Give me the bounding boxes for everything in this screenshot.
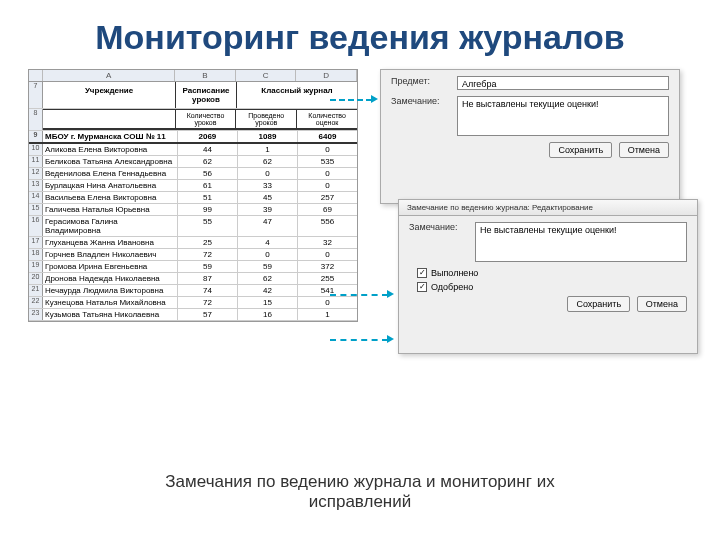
- cell-grades: 372: [298, 261, 357, 272]
- table-row: 11Беликова Татьяна Александровна6262535: [29, 156, 357, 168]
- cell-held: 62: [238, 156, 298, 167]
- cell-grades: 0: [298, 249, 357, 260]
- dialog-title: Замечание по ведению журнала: Редактиров…: [399, 200, 697, 216]
- remark-textarea[interactable]: Не выставлены текущие оценки!: [457, 96, 669, 136]
- cell-held: 62: [238, 273, 298, 284]
- hdr-institution: Учреждение: [43, 82, 176, 108]
- cell-lessons: 44: [178, 144, 238, 155]
- table-row: 16Герасимова Галина Владимировна5547556: [29, 216, 357, 237]
- table-row: 17Глуханцева Жанна Ивановна25432: [29, 237, 357, 249]
- approved-checkbox[interactable]: ✓ Одобрено: [417, 282, 679, 292]
- cell-grades: 0: [298, 144, 357, 155]
- checkbox-icon: ✓: [417, 268, 427, 278]
- cancel-button[interactable]: Отмена: [619, 142, 669, 158]
- subject-label: Предмет:: [391, 76, 451, 86]
- cell-lessons: 51: [178, 192, 238, 203]
- hdr-journal: Классный журнал: [237, 82, 357, 108]
- cell-grades: 535: [298, 156, 357, 167]
- remark-textarea[interactable]: Не выставлены текущие оценки!: [475, 222, 687, 262]
- cell-lessons: 72: [178, 249, 238, 260]
- cell-name: Кузьмова Татьяна Николаевна: [43, 309, 178, 320]
- cell-lessons: 56: [178, 168, 238, 179]
- table-row: 14Васильева Елена Викторовна5145257: [29, 192, 357, 204]
- annotation-arrow: [330, 99, 372, 101]
- header-row-1: 7 Учреждение Расписание уроков Классный …: [29, 82, 357, 109]
- dialogs-region: Предмет: Алгебра Замечание: Не выставлен…: [368, 69, 692, 449]
- cell-lessons: 87: [178, 273, 238, 284]
- remark-label: Замечание:: [391, 96, 451, 106]
- cell-held: 15: [238, 297, 298, 308]
- cell-held: 0: [238, 249, 298, 260]
- col-c: C: [236, 70, 297, 81]
- col-b: B: [175, 70, 236, 81]
- cell-held: 42: [238, 285, 298, 296]
- save-button[interactable]: Сохранить: [567, 296, 630, 312]
- cell-grades: 0: [298, 297, 357, 308]
- cell-grades: 0: [298, 168, 357, 179]
- cell-held: 4: [238, 237, 298, 248]
- cell-lessons: 72: [178, 297, 238, 308]
- cell-held: 45: [238, 192, 298, 203]
- cell-grades: 32: [298, 237, 357, 248]
- cell-lessons: 99: [178, 204, 238, 215]
- cell-lessons: 61: [178, 180, 238, 191]
- cell-name: Дронова Надежда Николаевна: [43, 273, 178, 284]
- cell-held: 0: [238, 168, 298, 179]
- cell-held: 59: [238, 261, 298, 272]
- table-row: 15Галичева Наталья Юрьевна993969: [29, 204, 357, 216]
- hdr-lessons-count: Количество уроков: [176, 110, 237, 128]
- spreadsheet-region: A B C D 7 Учреждение Расписание уроков К…: [28, 69, 358, 449]
- cell-lessons: 55: [178, 216, 238, 236]
- cell-lessons: 62: [178, 156, 238, 167]
- summary-name: МБОУ г. Мурманска СОШ № 11: [43, 131, 178, 142]
- table-row: 10Аликова Елена Викторовна4410: [29, 144, 357, 156]
- cell-name: Глуханцева Жанна Ивановна: [43, 237, 178, 248]
- cell-held: 33: [238, 180, 298, 191]
- spreadsheet: A B C D 7 Учреждение Расписание уроков К…: [28, 69, 358, 322]
- slide-title: Мониторинг ведения журналов: [28, 18, 692, 57]
- cell-held: 39: [238, 204, 298, 215]
- cell-name: Бурлацкая Нина Анатольевна: [43, 180, 178, 191]
- save-button[interactable]: Сохранить: [549, 142, 612, 158]
- annotation-arrow: [330, 294, 388, 296]
- cell-name: Васильева Елена Викторовна: [43, 192, 178, 203]
- table-row: 18Горчнев Владлен Николаевич7200: [29, 249, 357, 261]
- cell-lessons: 25: [178, 237, 238, 248]
- cell-lessons: 59: [178, 261, 238, 272]
- cell-grades: 257: [298, 192, 357, 203]
- header-row-2: 8 Количество уроков Проведено уроков Кол…: [29, 109, 357, 131]
- cell-name: Горчнев Владлен Николаевич: [43, 249, 178, 260]
- content-area: A B C D 7 Учреждение Расписание уроков К…: [28, 69, 692, 449]
- cell-name: Галичева Наталья Юрьевна: [43, 204, 178, 215]
- cell-grades: 69: [298, 204, 357, 215]
- cell-grades: 556: [298, 216, 357, 236]
- subject-field[interactable]: Алгебра: [457, 76, 669, 90]
- table-row: 22Кузнецова Наталья Михайловна72150: [29, 297, 357, 309]
- column-letters: A B C D: [29, 70, 357, 82]
- cancel-button[interactable]: Отмена: [637, 296, 687, 312]
- summary-row: 9 МБОУ г. Мурманска СОШ № 11 2069 1089 6…: [29, 131, 357, 144]
- done-checkbox[interactable]: ✓ Выполнено: [417, 268, 679, 278]
- table-row: 13Бурлацкая Нина Анатольевна61330: [29, 180, 357, 192]
- cell-held: 1: [238, 144, 298, 155]
- annotation-arrow: [330, 339, 388, 341]
- col-d: D: [296, 70, 357, 81]
- cell-held: 16: [238, 309, 298, 320]
- cell-name: Кузнецова Наталья Михайловна: [43, 297, 178, 308]
- cell-grades: 1: [298, 309, 357, 320]
- slide-caption: Замечания по ведению журнала и мониторин…: [0, 472, 720, 512]
- cell-lessons: 57: [178, 309, 238, 320]
- table-row: 12Веденилова Елена Геннадьевна5600: [29, 168, 357, 180]
- cell-grades: 255: [298, 273, 357, 284]
- remark-create-dialog: Предмет: Алгебра Замечание: Не выставлен…: [380, 69, 680, 204]
- col-a: A: [43, 70, 175, 81]
- cell-lessons: 74: [178, 285, 238, 296]
- cell-grades: 0: [298, 180, 357, 191]
- table-row: 23Кузьмова Татьяна Николаевна57161: [29, 309, 357, 321]
- table-row: 19Громова Ирина Евгеньевна5959372: [29, 261, 357, 273]
- cell-name: Громова Ирина Евгеньевна: [43, 261, 178, 272]
- hdr-schedule: Расписание уроков: [176, 82, 237, 108]
- remark-label: Замечание:: [409, 222, 469, 232]
- cell-name: Герасимова Галина Владимировна: [43, 216, 178, 236]
- table-row: 21Нечаурда Людмила Викторовна7442541: [29, 285, 357, 297]
